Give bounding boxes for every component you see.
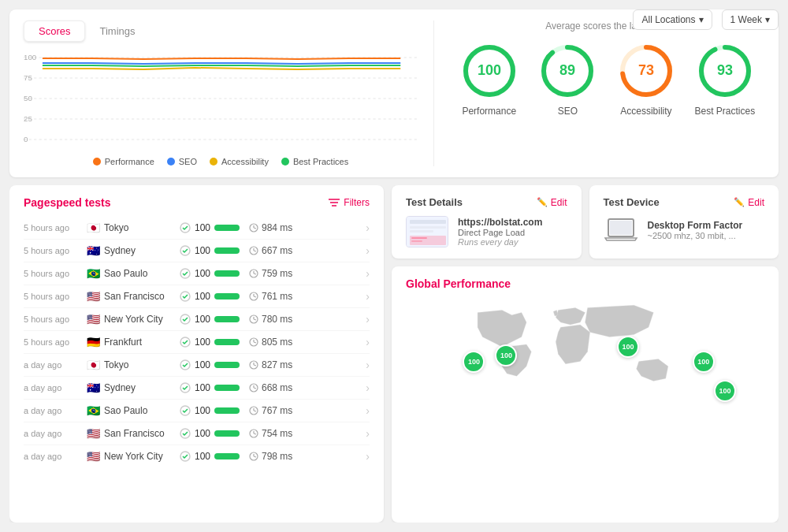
score-icon [180, 222, 191, 233]
device-icon [604, 216, 638, 244]
device-info: Desktop Form Factor ~2500 mhz, 30 mbit, … [648, 220, 743, 240]
row-timing: 667 ms [249, 245, 303, 256]
row-score: 100 [180, 405, 243, 416]
score-bar [214, 225, 240, 231]
row-timing: 827 ms [249, 359, 303, 370]
clock-icon [249, 246, 258, 255]
score-icon [180, 428, 191, 439]
clock-icon [249, 314, 258, 324]
test-device-header: Test Device ✏️ Edit [604, 196, 765, 208]
map-pin-4: 100 [693, 351, 715, 373]
score-icon [180, 245, 191, 256]
legend-label-accessibility: Accessibility [221, 157, 269, 166]
test-row[interactable]: 5 hours ago 🇩🇪 Frankfurt 100 805 ms › [24, 331, 370, 354]
svg-text:93: 93 [717, 62, 733, 78]
row-timing: 754 ms [249, 428, 303, 439]
test-details-title: Test Details [406, 196, 463, 208]
clock-icon [249, 429, 258, 438]
site-info: https://bolstat.com Direct Page Load Run… [458, 217, 542, 247]
row-location: 🇧🇷 Sao Paulo [87, 267, 173, 280]
test-row[interactable]: 5 hours ago 🇧🇷 Sao Paulo 100 759 ms › [24, 262, 370, 285]
score-label-performance: Performance [462, 106, 516, 117]
map-pin-2: 100 [495, 344, 517, 366]
svg-line-60 [254, 411, 256, 411]
legend-dot-seo [167, 158, 175, 166]
score-bar [214, 339, 240, 345]
location-flag: 🇯🇵 [87, 221, 100, 234]
row-score: 100 [180, 451, 243, 462]
row-time: 5 hours ago [24, 314, 80, 324]
test-row[interactable]: 5 hours ago 🇺🇸 New York City 100 780 ms … [24, 308, 370, 331]
score-accessibility: 73 Accessibility [616, 41, 676, 117]
filters-button[interactable]: Filters [329, 197, 370, 208]
test-row[interactable]: a day ago 🇺🇸 San Francisco 100 754 ms › [24, 422, 370, 445]
row-location: 🇦🇺 Sydney [87, 381, 173, 394]
clock-icon [249, 406, 258, 415]
period-dropdown[interactable]: 1 Week ▾ [722, 9, 779, 30]
tab-scores[interactable]: Scores [24, 20, 85, 42]
test-details-panel: Test Details ✏️ Edit [392, 185, 582, 259]
top-panel: All Locations ▾ 1 Week ▾ Scores Timings [9, 9, 779, 177]
svg-text:89: 89 [559, 62, 575, 78]
row-location: 🇯🇵 Tokyo [87, 359, 173, 371]
clock-icon [249, 292, 258, 301]
right-panels: Test Details ✏️ Edit [392, 185, 779, 523]
score-icon [180, 291, 191, 302]
tab-group: Scores Timings [24, 20, 418, 42]
svg-line-64 [254, 433, 256, 434]
test-row[interactable]: 5 hours ago 🇺🇸 San Francisco 100 761 ms … [24, 285, 370, 308]
pin-value-3: 100 [617, 336, 639, 358]
row-timing: 759 ms [249, 268, 303, 279]
score-seo: 89 SEO [537, 41, 597, 117]
score-icon [180, 314, 191, 325]
row-score: 100 [180, 314, 243, 325]
row-location: 🇺🇸 New York City [87, 313, 173, 326]
row-score: 100 [180, 359, 243, 370]
test-details-content: https://bolstat.com Direct Page Load Run… [406, 216, 567, 247]
test-row[interactable]: a day ago 🇺🇸 New York City 100 798 ms › [24, 445, 370, 467]
tab-timings[interactable]: Timings [85, 20, 149, 42]
score-performance: 100 Performance [459, 41, 519, 117]
row-location: 🇺🇸 San Francisco [87, 290, 173, 303]
row-timing: 805 ms [249, 337, 303, 348]
svg-line-32 [254, 251, 256, 251]
location-flag: 🇺🇸 [87, 427, 100, 440]
location-dropdown[interactable]: All Locations ▾ [633, 9, 712, 30]
global-performance-panel: Global Performance [392, 266, 779, 523]
svg-rect-74 [411, 237, 427, 239]
test-details-header: Test Details ✏️ Edit [406, 196, 567, 208]
device-content: Desktop Form Factor ~2500 mhz, 30 mbit, … [604, 216, 765, 244]
pin-value-1: 100 [463, 351, 485, 373]
test-device-edit[interactable]: ✏️ Edit [734, 197, 764, 208]
test-row[interactable]: a day ago 🇯🇵 Tokyo 100 827 ms › [24, 354, 370, 377]
location-flag: 🇦🇺 [87, 381, 100, 394]
test-row[interactable]: 5 hours ago 🇦🇺 Sydney 100 667 ms › [24, 240, 370, 262]
svg-line-52 [254, 365, 256, 366]
location-flag: 🇧🇷 [87, 404, 100, 417]
clock-icon [249, 360, 258, 370]
row-time: a day ago [24, 406, 80, 415]
svg-line-44 [254, 319, 256, 320]
pagespeed-panel: Pagespeed tests Filters 5 hours ago 🇯🇵 T… [9, 185, 384, 523]
pencil-icon-device: ✏️ [734, 197, 745, 207]
score-bar [214, 293, 240, 299]
score-bar [214, 270, 240, 277]
test-row[interactable]: a day ago 🇦🇺 Sydney 100 668 ms › [24, 377, 370, 400]
global-title: Global Performance [406, 277, 764, 290]
test-row[interactable]: 5 hours ago 🇯🇵 Tokyo 100 984 ms › [24, 217, 370, 240]
row-timing: 761 ms [249, 291, 303, 302]
test-details-edit[interactable]: ✏️ Edit [537, 197, 567, 208]
row-timing: 984 ms [249, 222, 303, 233]
svg-line-28 [254, 228, 256, 229]
row-chevron: › [366, 450, 370, 463]
svg-line-48 [254, 342, 256, 343]
bottom-panels: Pagespeed tests Filters 5 hours ago 🇯🇵 T… [9, 185, 779, 523]
row-chevron: › [366, 290, 370, 303]
location-flag: 🇺🇸 [87, 450, 100, 463]
line-chart: 100 75 50 25 0 [24, 50, 418, 152]
info-row: Test Details ✏️ Edit [392, 185, 779, 259]
row-chevron: › [366, 381, 370, 394]
score-bar [214, 247, 240, 254]
test-row[interactable]: a day ago 🇧🇷 Sao Paulo 100 767 ms › [24, 400, 370, 422]
chevron-down-icon: ▾ [699, 14, 704, 25]
